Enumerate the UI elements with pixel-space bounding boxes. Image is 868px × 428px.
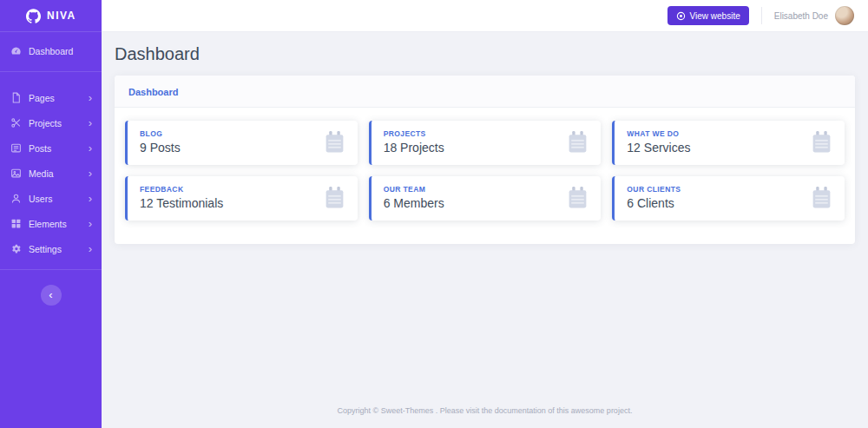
sidebar-item-elements[interactable]: Elements › bbox=[0, 211, 102, 236]
footer: Copyright © Sweet-Themes . Please visit … bbox=[102, 393, 868, 428]
sidebar-item-settings[interactable]: Settings › bbox=[0, 236, 102, 261]
sidebar-item-media[interactable]: Media › bbox=[0, 161, 102, 186]
sidebar-item-dashboard[interactable]: Dashboard › bbox=[0, 38, 102, 63]
sidebar-divider bbox=[0, 71, 102, 72]
calendar-icon bbox=[811, 186, 832, 209]
stat-card-label: WHAT WE DO bbox=[627, 129, 690, 138]
chevron-right-icon: › bbox=[89, 193, 92, 204]
stat-card-label: OUR CLIENTS bbox=[627, 185, 681, 194]
stat-card[interactable]: OUR CLIENTS 6 Clients bbox=[612, 176, 845, 221]
avatar bbox=[835, 6, 854, 25]
stat-card-label: FEEDBACK bbox=[140, 185, 223, 194]
stat-cards: BLOG 9 Posts PROJECTS 18 Projects bbox=[115, 108, 855, 244]
calendar-icon bbox=[324, 186, 345, 209]
dashboard-panel: Dashboard BLOG 9 Posts bbox=[115, 76, 855, 244]
stat-card[interactable]: PROJECTS 18 Projects bbox=[369, 121, 602, 165]
stat-card-value: 18 Projects bbox=[384, 141, 444, 155]
brand-logo-icon bbox=[26, 9, 41, 23]
list-icon bbox=[10, 142, 22, 154]
sidebar-item-label: Projects bbox=[29, 118, 62, 128]
eye-icon bbox=[676, 11, 686, 21]
content: Dashboard Dashboard BLOG 9 Posts bbox=[102, 32, 868, 393]
gauge-icon bbox=[10, 45, 22, 56]
main-column: View website Elisabeth Doe Dashboard Das… bbox=[102, 0, 868, 428]
stat-card-value: 12 Testimonials bbox=[140, 196, 223, 210]
stat-card-value: 12 Services bbox=[627, 141, 690, 155]
stat-card[interactable]: BLOG 9 Posts bbox=[125, 121, 358, 165]
stat-card[interactable]: FEEDBACK 12 Testimonials bbox=[125, 176, 358, 221]
sidebar-item-label: Posts bbox=[29, 143, 51, 154]
breadcrumb-row: Dashboard bbox=[115, 76, 855, 108]
sidebar-divider bbox=[0, 269, 102, 270]
calendar-icon bbox=[324, 130, 345, 154]
stat-card-value: 6 Members bbox=[384, 196, 444, 210]
view-website-button[interactable]: View website bbox=[667, 6, 749, 25]
topbar-divider bbox=[761, 7, 762, 24]
view-website-label: View website bbox=[690, 11, 740, 21]
sidebar-item-projects[interactable]: Projects › bbox=[0, 110, 102, 135]
sidebar-collapse-button[interactable]: ‹ bbox=[41, 285, 62, 306]
calendar-icon bbox=[567, 130, 589, 154]
chevron-right-icon: › bbox=[89, 117, 92, 128]
sidebar-item-label: Media bbox=[29, 168, 54, 179]
chevron-right-icon: › bbox=[89, 168, 92, 179]
footer-text: Copyright © Sweet-Themes . Please visit … bbox=[338, 406, 633, 415]
sidebar-item-label: Pages bbox=[29, 93, 55, 103]
user-menu[interactable]: Elisabeth Doe bbox=[774, 6, 854, 25]
user-name: Elisabeth Doe bbox=[774, 11, 828, 21]
topbar: View website Elisabeth Doe bbox=[102, 0, 868, 32]
sidebar-item-posts[interactable]: Posts › bbox=[0, 135, 102, 161]
sidebar: NIVA Dashboard › Pages › Projects › bbox=[0, 0, 102, 428]
sidebar-menu: Dashboard › Pages › Projects › Posts › bbox=[0, 32, 102, 261]
sidebar-item-label: Elements bbox=[29, 219, 67, 229]
breadcrumb[interactable]: Dashboard bbox=[128, 87, 178, 97]
brand[interactable]: NIVA bbox=[0, 0, 102, 32]
stat-card[interactable]: WHAT WE DO 12 Services bbox=[612, 121, 845, 165]
page-title: Dashboard bbox=[115, 44, 855, 64]
calendar-icon bbox=[811, 130, 832, 154]
user-icon bbox=[10, 193, 22, 204]
chevron-right-icon: › bbox=[89, 218, 92, 229]
sidebar-item-pages[interactable]: Pages › bbox=[0, 85, 102, 110]
chevron-right-icon: › bbox=[89, 243, 92, 254]
gears-icon bbox=[10, 243, 22, 254]
brand-name: NIVA bbox=[47, 10, 76, 22]
stat-card-label: BLOG bbox=[140, 129, 181, 138]
image-icon bbox=[10, 168, 22, 179]
sidebar-item-label: Settings bbox=[29, 244, 62, 254]
stat-card-label: OUR TEAM bbox=[384, 185, 444, 194]
stat-card-value: 9 Posts bbox=[140, 141, 181, 155]
sidebar-item-label: Users bbox=[29, 194, 52, 204]
scissors-icon bbox=[10, 117, 22, 128]
stat-card-value: 6 Clients bbox=[627, 196, 681, 210]
stat-card-label: PROJECTS bbox=[384, 129, 444, 138]
calendar-icon bbox=[567, 186, 589, 209]
stat-card[interactable]: OUR TEAM 6 Members bbox=[369, 176, 602, 221]
sidebar-item-label: Dashboard bbox=[29, 46, 73, 56]
file-icon bbox=[10, 92, 22, 103]
chevron-right-icon: › bbox=[89, 142, 92, 154]
chevron-right-icon: › bbox=[89, 92, 92, 103]
sidebar-item-users[interactable]: Users › bbox=[0, 186, 102, 211]
grid-icon bbox=[10, 218, 22, 229]
